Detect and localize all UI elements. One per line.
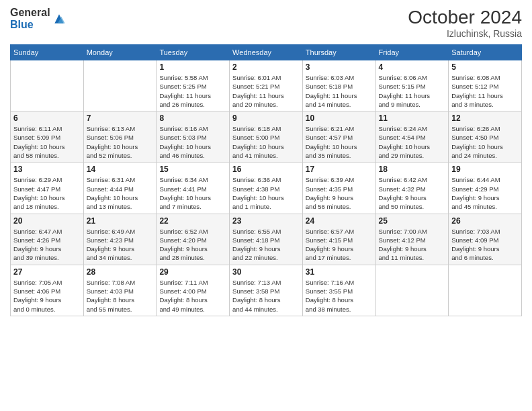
page: General Blue October 2024 Izluchinsk, Ru… (0, 0, 532, 411)
day-number: 27 (13, 267, 81, 277)
day-number: 31 (306, 267, 373, 277)
table-row: 28Sunrise: 7:08 AM Sunset: 4:03 PM Dayli… (83, 265, 157, 316)
table-row: 20Sunrise: 6:47 AM Sunset: 4:26 PM Dayli… (11, 214, 84, 265)
table-row (375, 265, 449, 316)
header: General Blue October 2024 Izluchinsk, Ru… (10, 7, 522, 39)
day-info: Sunrise: 6:03 AM Sunset: 5:18 PM Dayligh… (306, 73, 373, 109)
table-row: 2Sunrise: 6:01 AM Sunset: 5:21 PM Daylig… (230, 60, 303, 111)
day-info: Sunrise: 7:03 AM Sunset: 4:09 PM Dayligh… (451, 227, 519, 263)
day-info: Sunrise: 6:11 AM Sunset: 5:09 PM Dayligh… (13, 124, 81, 160)
day-info: Sunrise: 7:16 AM Sunset: 3:55 PM Dayligh… (306, 278, 373, 314)
header-saturday: Saturday (449, 45, 522, 60)
calendar-week-row: 6Sunrise: 6:11 AM Sunset: 5:09 PM Daylig… (11, 111, 522, 163)
table-row: 21Sunrise: 6:49 AM Sunset: 4:23 PM Dayli… (83, 214, 157, 265)
table-row: 31Sunrise: 7:16 AM Sunset: 3:55 PM Dayli… (302, 265, 375, 316)
table-row: 26Sunrise: 7:03 AM Sunset: 4:09 PM Dayli… (449, 214, 522, 265)
day-info: Sunrise: 6:06 AM Sunset: 5:15 PM Dayligh… (379, 73, 446, 109)
calendar-week-row: 1Sunrise: 5:58 AM Sunset: 5:25 PM Daylig… (11, 60, 522, 111)
day-number: 7 (87, 113, 154, 123)
day-info: Sunrise: 6:57 AM Sunset: 4:15 PM Dayligh… (306, 227, 373, 263)
title-section: October 2024 Izluchinsk, Russia (408, 7, 522, 39)
day-info: Sunrise: 5:58 AM Sunset: 5:25 PM Dayligh… (159, 73, 226, 109)
day-info: Sunrise: 7:13 AM Sunset: 3:58 PM Dayligh… (232, 278, 300, 314)
day-info: Sunrise: 6:39 AM Sunset: 4:35 PM Dayligh… (306, 175, 373, 211)
table-row: 9Sunrise: 6:18 AM Sunset: 5:00 PM Daylig… (230, 111, 303, 163)
day-info: Sunrise: 7:05 AM Sunset: 4:06 PM Dayligh… (13, 278, 81, 314)
table-row: 12Sunrise: 6:26 AM Sunset: 4:50 PM Dayli… (449, 111, 522, 163)
table-row: 25Sunrise: 7:00 AM Sunset: 4:12 PM Dayli… (375, 214, 449, 265)
month-year: October 2024 (408, 7, 522, 28)
day-info: Sunrise: 6:24 AM Sunset: 4:54 PM Dayligh… (379, 124, 446, 160)
table-row: 10Sunrise: 6:21 AM Sunset: 4:57 PM Dayli… (302, 111, 375, 163)
table-row: 11Sunrise: 6:24 AM Sunset: 4:54 PM Dayli… (375, 111, 449, 163)
table-row: 7Sunrise: 6:13 AM Sunset: 5:06 PM Daylig… (83, 111, 157, 163)
table-row: 1Sunrise: 5:58 AM Sunset: 5:25 PM Daylig… (157, 60, 230, 111)
table-row: 29Sunrise: 7:11 AM Sunset: 4:00 PM Dayli… (157, 265, 230, 316)
day-number: 13 (13, 165, 81, 174)
day-info: Sunrise: 6:44 AM Sunset: 4:29 PM Dayligh… (451, 175, 519, 211)
day-number: 26 (451, 216, 519, 226)
day-number: 1 (159, 62, 226, 72)
table-row: 6Sunrise: 6:11 AM Sunset: 5:09 PM Daylig… (11, 111, 84, 163)
day-number: 20 (13, 216, 81, 226)
logo-blue: Blue (10, 19, 50, 31)
table-row: 30Sunrise: 7:13 AM Sunset: 3:58 PM Dayli… (230, 265, 303, 316)
day-number: 24 (306, 216, 373, 226)
day-number: 2 (232, 62, 300, 72)
table-row: 13Sunrise: 6:29 AM Sunset: 4:47 PM Dayli… (11, 163, 84, 214)
day-info: Sunrise: 6:01 AM Sunset: 5:21 PM Dayligh… (232, 73, 300, 109)
calendar-week-row: 13Sunrise: 6:29 AM Sunset: 4:47 PM Dayli… (11, 163, 522, 214)
day-info: Sunrise: 6:29 AM Sunset: 4:47 PM Dayligh… (13, 175, 81, 211)
day-number: 15 (159, 165, 226, 174)
table-row (83, 60, 157, 111)
day-info: Sunrise: 7:08 AM Sunset: 4:03 PM Dayligh… (87, 278, 154, 314)
day-number: 23 (232, 216, 300, 226)
day-number: 6 (13, 113, 81, 123)
location: Izluchinsk, Russia (408, 28, 522, 39)
table-row: 17Sunrise: 6:39 AM Sunset: 4:35 PM Dayli… (302, 163, 375, 214)
table-row (449, 265, 522, 316)
day-number: 14 (87, 165, 154, 174)
calendar: Sunday Monday Tuesday Wednesday Thursday… (10, 44, 522, 316)
logo-icon (52, 12, 66, 26)
table-row: 4Sunrise: 6:06 AM Sunset: 5:15 PM Daylig… (375, 60, 449, 111)
day-info: Sunrise: 6:26 AM Sunset: 4:50 PM Dayligh… (451, 124, 519, 160)
day-number: 8 (159, 113, 226, 123)
day-number: 28 (87, 267, 154, 277)
table-row (11, 60, 84, 111)
day-number: 22 (159, 216, 226, 226)
header-sunday: Sunday (11, 45, 84, 60)
day-number: 25 (379, 216, 446, 226)
day-info: Sunrise: 6:31 AM Sunset: 4:44 PM Dayligh… (87, 175, 154, 211)
table-row: 5Sunrise: 6:08 AM Sunset: 5:12 PM Daylig… (449, 60, 522, 111)
day-info: Sunrise: 6:36 AM Sunset: 4:38 PM Dayligh… (232, 175, 300, 211)
header-thursday: Thursday (302, 45, 375, 60)
day-number: 9 (232, 113, 300, 123)
day-info: Sunrise: 7:11 AM Sunset: 4:00 PM Dayligh… (159, 278, 226, 314)
calendar-week-row: 27Sunrise: 7:05 AM Sunset: 4:06 PM Dayli… (11, 265, 522, 316)
table-row: 22Sunrise: 6:52 AM Sunset: 4:20 PM Dayli… (157, 214, 230, 265)
table-row: 16Sunrise: 6:36 AM Sunset: 4:38 PM Dayli… (230, 163, 303, 214)
day-info: Sunrise: 7:00 AM Sunset: 4:12 PM Dayligh… (379, 227, 446, 263)
calendar-week-row: 20Sunrise: 6:47 AM Sunset: 4:26 PM Dayli… (11, 214, 522, 265)
day-number: 11 (379, 113, 446, 123)
table-row: 8Sunrise: 6:16 AM Sunset: 5:03 PM Daylig… (157, 111, 230, 163)
table-row: 19Sunrise: 6:44 AM Sunset: 4:29 PM Dayli… (449, 163, 522, 214)
header-tuesday: Tuesday (157, 45, 230, 60)
table-row: 15Sunrise: 6:34 AM Sunset: 4:41 PM Dayli… (157, 163, 230, 214)
day-info: Sunrise: 6:55 AM Sunset: 4:18 PM Dayligh… (232, 227, 300, 263)
day-number: 17 (306, 165, 373, 174)
day-info: Sunrise: 6:18 AM Sunset: 5:00 PM Dayligh… (232, 124, 300, 160)
table-row: 23Sunrise: 6:55 AM Sunset: 4:18 PM Dayli… (230, 214, 303, 265)
header-friday: Friday (375, 45, 449, 60)
day-info: Sunrise: 6:49 AM Sunset: 4:23 PM Dayligh… (87, 227, 154, 263)
day-number: 29 (159, 267, 226, 277)
logo: General Blue (10, 7, 66, 30)
day-info: Sunrise: 6:34 AM Sunset: 4:41 PM Dayligh… (159, 175, 226, 211)
table-row: 3Sunrise: 6:03 AM Sunset: 5:18 PM Daylig… (302, 60, 375, 111)
day-number: 4 (379, 62, 446, 72)
day-number: 18 (379, 165, 446, 174)
table-row: 18Sunrise: 6:42 AM Sunset: 4:32 PM Dayli… (375, 163, 449, 214)
day-info: Sunrise: 6:16 AM Sunset: 5:03 PM Dayligh… (159, 124, 226, 160)
table-row: 27Sunrise: 7:05 AM Sunset: 4:06 PM Dayli… (11, 265, 84, 316)
